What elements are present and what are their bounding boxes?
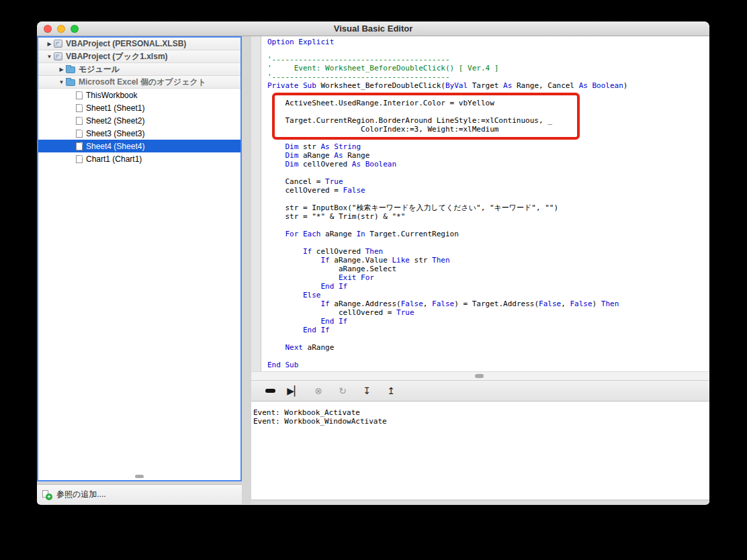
tree-item-label: Sheet4 (Sheet4) (86, 142, 144, 151)
stop-button[interactable]: ⊗ (310, 383, 326, 399)
tree-item-label: VBAProject (ブック1.xlsm) (66, 51, 168, 62)
tree-item[interactable]: Sheet4 (Sheet4) (38, 140, 240, 152)
code-line: If cellOvered Then (267, 247, 709, 256)
code-line (267, 90, 709, 99)
tree-item-label: Chart1 (Chart1) (86, 154, 142, 164)
minimize-button[interactable] (57, 25, 65, 33)
pane-splitter[interactable] (242, 36, 251, 504)
tree-item[interactable]: ThisWorkbook (38, 89, 240, 101)
code-line (267, 334, 709, 343)
tree-item[interactable]: ▼VBAProject (ブック1.xlsm) (38, 50, 240, 63)
disclosure-triangle-icon[interactable]: ▶ (57, 66, 66, 73)
tree-item-label: Sheet2 (Sheet2) (86, 116, 144, 126)
tree-scrollbar-thumb[interactable] (135, 475, 144, 478)
debug-toolbar: ▶▏⊗↻↧↥ (251, 380, 709, 402)
code-line (267, 221, 709, 230)
immediate-line: Event: Workbook_Activate (253, 408, 709, 417)
code-line (267, 169, 709, 177)
code-line: Cancel = True (267, 177, 709, 186)
window-bottom-edge (251, 500, 709, 504)
tree-item-label: モジュール (79, 64, 120, 75)
code-line: End If (267, 326, 709, 334)
right-column: Option Explicit'------------------------… (251, 36, 709, 504)
code-line: ColorIndex:=3, Weight:=xlMedium (267, 125, 709, 134)
tree-item-label: Sheet3 (Sheet3) (86, 129, 144, 138)
tree-item[interactable]: Sheet3 (Sheet3) (38, 127, 240, 140)
tree-item[interactable]: Chart1 (Chart1) (38, 152, 240, 165)
vbe-window: Visual Basic Editor ▶VBAProject (PERSONA… (37, 21, 709, 505)
sheet-icon (76, 130, 83, 138)
code-line: str = "*" & Trim(str) & "*" (267, 212, 709, 221)
folder-icon (66, 66, 75, 73)
reset-button[interactable]: ↻ (335, 383, 351, 399)
code-line: End If (267, 282, 709, 291)
disclosure-triangle-icon[interactable]: ▼ (45, 54, 54, 60)
stop-icon: ⊗ (314, 385, 322, 396)
step-out-button[interactable]: ↥ (383, 383, 399, 399)
tree-item-label: Sheet1 (Sheet1) (86, 103, 144, 113)
code-line (267, 352, 709, 361)
code-line: Next aRange (267, 343, 709, 352)
code-lines: Option Explicit'------------------------… (267, 38, 709, 369)
step-into-icon: ↧ (363, 385, 371, 396)
code-line: End If (267, 317, 709, 326)
project-explorer: ▶VBAProject (PERSONAL.XLSB)▼VBAProject (… (37, 36, 242, 481)
continue-icon (265, 389, 275, 393)
code-line: Dim str As String (267, 142, 709, 151)
disclosure-triangle-icon[interactable]: ▼ (57, 79, 66, 85)
code-line: '---------------------------------------… (267, 73, 709, 81)
zoom-button[interactable] (71, 25, 79, 33)
code-hscrollbar[interactable] (251, 371, 709, 380)
tree-item[interactable]: Sheet1 (Sheet1) (38, 101, 240, 114)
project-icon (54, 40, 62, 48)
code-region: Option Explicit'------------------------… (251, 36, 709, 371)
code-line: Dim aRange As Range (267, 151, 709, 160)
window-title: Visual Basic Editor (37, 21, 709, 36)
code-line: cellOvered = False (267, 186, 709, 195)
code-line: If aRange.Value Like str Then (267, 256, 709, 265)
continue-button[interactable] (262, 383, 278, 399)
tree-item[interactable]: ▼Microsoft Excel 個のオブジェクト (38, 76, 240, 89)
code-line (267, 134, 709, 142)
folder-icon (66, 79, 75, 86)
run-to-cursor-button[interactable]: ▶▏ (286, 383, 302, 399)
code-line: Private Sub Worksheet_BeforeDoubleClick(… (267, 81, 709, 90)
sheet-icon (76, 155, 83, 163)
code-line (267, 46, 709, 55)
code-scrollbar-thumb[interactable] (475, 374, 484, 378)
tree-item[interactable]: ▶VBAProject (PERSONAL.XLSB) (38, 38, 240, 50)
project-tree: ▶VBAProject (PERSONAL.XLSB)▼VBAProject (… (38, 38, 240, 165)
title-bar[interactable]: Visual Basic Editor (37, 21, 709, 36)
code-line: For Each aRange In Target.CurrentRegion (267, 230, 709, 238)
tree-item-label: ThisWorkbook (86, 91, 137, 100)
project-icon (54, 52, 62, 60)
immediate-window[interactable]: Event: Workbook_ActivateEvent: Workbook_… (251, 402, 709, 500)
window-content: ▶VBAProject (PERSONAL.XLSB)▼VBAProject (… (37, 36, 709, 504)
code-line: Exit For (267, 273, 709, 282)
code-editor[interactable]: Option Explicit'------------------------… (261, 36, 709, 371)
close-button[interactable] (44, 25, 52, 33)
code-margin-strip (251, 36, 261, 371)
left-column: ▶VBAProject (PERSONAL.XLSB)▼VBAProject (… (37, 36, 242, 504)
code-line: Target.CurrentRegion.BorderAround LineSt… (267, 116, 709, 125)
sheet-icon (76, 142, 83, 150)
tree-item[interactable]: Sheet2 (Sheet2) (38, 114, 240, 127)
traffic-lights (44, 25, 79, 33)
tree-item-label: Microsoft Excel 個のオブジェクト (79, 77, 206, 88)
disclosure-triangle-icon[interactable]: ▶ (45, 41, 54, 47)
code-line: ' Event: Worksheet_BeforeDoubleClick() [… (267, 64, 709, 73)
code-line: cellOvered = True (267, 308, 709, 317)
immediate-line: Event: Workbook_WindowActivate (253, 417, 709, 426)
code-line: '---------------------------------------… (267, 55, 709, 64)
add-reference-bar[interactable]: + 参照の追加.... (37, 484, 242, 504)
code-line: End Sub (267, 361, 709, 369)
run-to-cursor-icon: ▶▏ (287, 385, 302, 396)
code-line (267, 238, 709, 247)
step-out-icon: ↥ (387, 385, 395, 396)
code-line: Dim cellOvered As Boolean (267, 160, 709, 169)
reset-icon: ↻ (339, 385, 347, 396)
tree-item-label: VBAProject (PERSONAL.XLSB) (66, 39, 186, 48)
sheet-icon (76, 91, 83, 99)
tree-item[interactable]: ▶モジュール (38, 63, 240, 76)
step-into-button[interactable]: ↧ (359, 383, 375, 399)
